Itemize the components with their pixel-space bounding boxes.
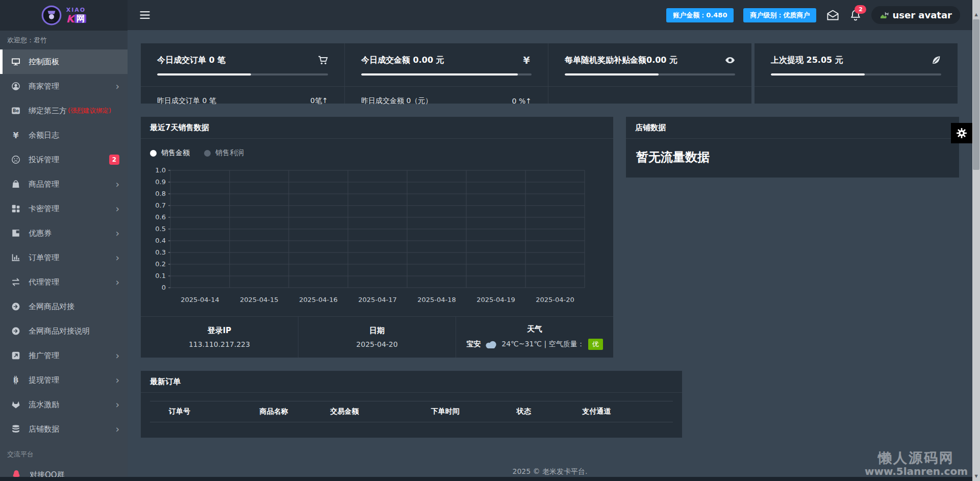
sidebar-item-label: 代理管理: [29, 277, 59, 287]
sales-chart-panel: 最近7天销售数据 销售金额销售利润 1.00.90.80.70.60.50.40…: [141, 117, 613, 358]
svg-text:0.3: 0.3: [155, 248, 166, 256]
orders-col-1: 商品名称: [260, 407, 330, 416]
brand-logo[interactable]: XIAO K 网: [0, 0, 128, 31]
legend-item-1[interactable]: 销售利润: [204, 148, 244, 158]
chevron-right-icon: ›: [115, 351, 119, 361]
chevron-right-icon: ›: [115, 204, 119, 214]
legend-label: 销售利润: [215, 148, 244, 158]
stat-card-title: 上次提现 25.05 元: [771, 55, 843, 66]
orders-panel-title: 最新订单: [141, 371, 682, 393]
svg-text:0.5: 0.5: [155, 225, 166, 233]
info-col-2: 天气宝安24℃~31℃ | 空气质量：优: [456, 317, 613, 358]
svg-text:2025-04-16: 2025-04-16: [299, 296, 338, 303]
notification-count-badge: 2: [855, 5, 866, 14]
sidebar-item-8[interactable]: 订单管理›: [0, 245, 128, 270]
svg-text:0: 0: [162, 284, 166, 291]
sidebar-item-12[interactable]: 推广管理›: [0, 343, 128, 368]
orders-col-2: 交易金额: [330, 407, 431, 416]
sidebar-item-label: 投诉管理: [29, 155, 59, 165]
svg-text:0.8: 0.8: [155, 190, 166, 197]
svg-text:0.7: 0.7: [155, 201, 166, 209]
scrollbar-thumb[interactable]: [973, 19, 979, 170]
stat-card-group: 今日成交订单 0 笔昨日成交订单 0 笔0笔↑今日成交金额 0.00 元¥昨日成…: [141, 43, 751, 104]
orders-col-4: 状态: [517, 407, 582, 416]
sidebar-item-label: 全网商品对接: [29, 302, 74, 312]
menu-toggle-icon[interactable]: [140, 11, 150, 19]
stat-card-0: 今日成交订单 0 笔昨日成交订单 0 笔0笔↑: [141, 43, 344, 104]
arrow-circle-icon: [11, 326, 20, 336]
sidebar-item-13[interactable]: B提现管理›: [0, 368, 128, 392]
sidebar-item-2[interactable]: Be绑定第三方(强烈建议绑定): [0, 98, 128, 123]
merchant-level-badge[interactable]: 商户级别：优质商户: [743, 8, 816, 22]
sidebar-item-label: 控制面板: [29, 57, 59, 67]
legend-dot: [150, 150, 157, 157]
user-avatar-label: user avatar: [892, 10, 952, 20]
sidebar-item-9[interactable]: 代理管理›: [0, 270, 128, 294]
sidebar-item-4[interactable]: 投诉管理2: [0, 147, 128, 172]
scroll-down-arrow[interactable]: ▼: [972, 472, 980, 480]
orders-panel: 最新订单 订单号商品名称交易金额下单时间状态支付通道: [141, 371, 682, 438]
user-avatar[interactable]: user avatar: [871, 6, 960, 24]
chevron-right-icon: ›: [115, 180, 119, 189]
sidebar-item-5[interactable]: 商品管理›: [0, 172, 128, 196]
scrollbar[interactable]: ▲ ▼: [972, 0, 980, 481]
sidebar: XIAO K 网 欢迎您：君竹 控制面板商家管理›Be绑定第三方(强烈建议绑定)…: [0, 0, 128, 481]
sidebar-notification-badge: 2: [109, 155, 119, 165]
sidebar-item-warning: (强烈建议绑定): [68, 107, 111, 115]
message-icon[interactable]: [826, 9, 840, 21]
svg-text:B: B: [13, 376, 19, 384]
sidebar-item-6[interactable]: 卡密管理›: [0, 196, 128, 221]
info-title: 天气: [527, 324, 542, 334]
orders-col-0: 订单号: [169, 407, 260, 416]
chart-body: 销售金额销售利润 1.00.90.80.70.60.50.40.30.20.10…: [141, 139, 613, 316]
account-balance-badge[interactable]: 账户金额：0.480: [666, 8, 734, 22]
bitcoin-icon: B: [11, 375, 20, 385]
weather-value: 宝安24℃~31℃ | 空气质量：优: [466, 339, 602, 350]
sidebar-item-14[interactable]: 流水激励›: [0, 392, 128, 417]
progress-bar: [361, 73, 532, 75]
broken-image-icon: [880, 10, 890, 20]
gear-icon: [956, 128, 967, 139]
sidebar-item-label: 店铺数据: [29, 424, 59, 434]
sidebar-item-15[interactable]: 店铺数据›: [0, 417, 128, 441]
sidebar-item-0[interactable]: 控制面板: [0, 49, 128, 74]
info-value: 2025-04-20: [356, 340, 397, 348]
svg-text:0.9: 0.9: [155, 178, 166, 186]
gitlab-icon: [11, 400, 20, 409]
shop-panel-title: 店铺数据: [626, 117, 959, 139]
legend-item-0[interactable]: 销售金额: [150, 148, 190, 158]
sidebar-item-3[interactable]: ¥余额日志: [0, 123, 128, 147]
sidebar-item-7[interactable]: 优惠券›: [0, 221, 128, 245]
coupon-icon: [11, 229, 20, 238]
bell-icon[interactable]: 2: [849, 9, 862, 21]
chart-panel-title: 最近7天销售数据: [141, 117, 613, 139]
sidebar-item-1[interactable]: 商家管理›: [0, 74, 128, 98]
sidebar-menu: 控制面板商家管理›Be绑定第三方(强烈建议绑定)¥余额日志投诉管理2商品管理›卡…: [0, 49, 128, 441]
bottom-bar: [0, 477, 972, 481]
chevron-right-icon: ›: [115, 277, 119, 287]
chevron-right-icon: ›: [115, 82, 119, 91]
chevron-right-icon: ›: [115, 375, 119, 385]
info-col-1: 日期2025-04-20: [298, 317, 456, 358]
scroll-up-arrow[interactable]: ▲: [972, 10, 980, 18]
svg-text:0.1: 0.1: [155, 272, 166, 280]
sidebar-item-label: 卡密管理: [29, 204, 59, 214]
sidebar-item-label: 订单管理: [29, 253, 59, 263]
grid-icon: [11, 204, 20, 213]
info-col-0: 登录IP113.110.217.223: [141, 317, 298, 358]
progress-bar: [565, 73, 735, 75]
brand-logo-icon: [41, 5, 62, 26]
footer-copyright: 2025 © 老米发卡平台.: [141, 467, 959, 476]
sidebar-item-11[interactable]: 全网商品对接说明: [0, 319, 128, 343]
stat-card-title: 今日成交订单 0 笔: [157, 55, 225, 66]
settings-gear-button[interactable]: [951, 123, 972, 143]
svg-text:¥: ¥: [523, 55, 530, 65]
cart-icon: [318, 55, 328, 65]
topbar-right: 账户金额：0.480 商户级别：优质商户 2 user avatar: [666, 6, 960, 24]
sidebar-item-10[interactable]: 全网商品对接: [0, 294, 128, 319]
progress-bar: [771, 73, 941, 75]
stat-card-single: 上次提现 25.05 元: [755, 43, 958, 104]
svg-text:2025-04-15: 2025-04-15: [240, 296, 279, 303]
stat-card-3: 上次提现 25.05 元: [755, 43, 958, 104]
behance-icon: Be: [11, 106, 20, 115]
